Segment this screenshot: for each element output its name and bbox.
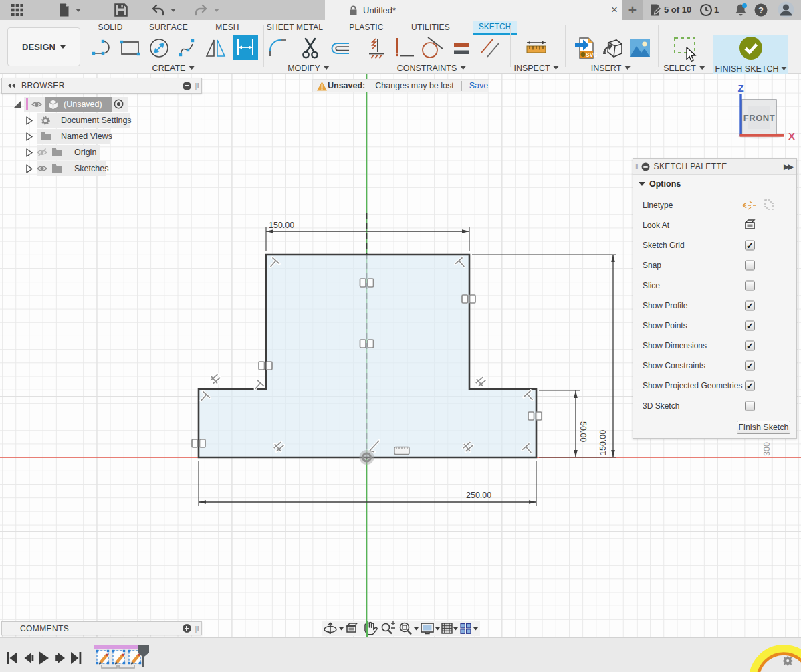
finish-sketch-button[interactable]: FINISH SKETCH: [713, 35, 788, 74]
notification-bell-icon[interactable]: [733, 3, 748, 17]
palette-options-section[interactable]: Options: [639, 179, 681, 189]
fillet-tool-icon[interactable]: [266, 36, 290, 60]
trim-tool-icon[interactable]: [299, 36, 323, 60]
new-tab-button[interactable]: +: [622, 0, 643, 20]
origin-point[interactable]: [360, 450, 374, 465]
timeline-feature-sketch-1[interactable]: [96, 650, 109, 665]
circle-tool-icon[interactable]: [147, 36, 171, 60]
snap-checkbox[interactable]: [745, 261, 755, 271]
equal-constraint-icon[interactable]: [451, 36, 475, 60]
redo-icon[interactable]: [194, 3, 209, 17]
clock-icon[interactable]: [699, 3, 713, 17]
tab-mesh[interactable]: MESH: [215, 21, 239, 35]
browser-item-sketches[interactable]: Sketches: [0, 161, 201, 176]
display-settings-icon[interactable]: [421, 623, 433, 634]
3d-sketch-checkbox[interactable]: [745, 401, 755, 411]
look-at-nav-icon[interactable]: [347, 623, 357, 632]
dimension-right-total[interactable]: 150.00: [598, 255, 615, 457]
browser-item-origin[interactable]: Origin: [0, 145, 201, 160]
browser-collapse-icon[interactable]: [7, 82, 16, 89]
constraints-group-label[interactable]: CONSTRAINTS: [397, 64, 466, 73]
browser-header[interactable]: BROWSER |‖: [1, 78, 202, 94]
tab-surface[interactable]: SURFACE: [149, 21, 188, 35]
undo-caret[interactable]: [170, 9, 176, 12]
sketch-grid-checkbox[interactable]: ✓: [745, 241, 755, 251]
browser-item-document-settings[interactable]: Document Settings: [0, 113, 201, 128]
redo-caret[interactable]: [214, 9, 219, 12]
orbit-caret[interactable]: [339, 627, 344, 631]
insert-group-label[interactable]: INSERT: [591, 64, 631, 73]
browser-drag-handle[interactable]: |‖: [195, 82, 199, 90]
tab-close-button[interactable]: ×: [607, 3, 622, 17]
show-projected-geometries-checkbox[interactable]: ✓: [745, 381, 755, 391]
show-points-checkbox[interactable]: ✓: [745, 321, 755, 331]
spline-tool-icon[interactable]: [177, 36, 201, 60]
zoom-window-caret[interactable]: [414, 627, 419, 631]
tab-utilities[interactable]: UTILITIES: [411, 21, 450, 35]
activate-radio-icon[interactable]: [114, 99, 124, 109]
line-tool-icon[interactable]: [90, 36, 114, 60]
collapsed-triangle-icon[interactable]: [26, 164, 33, 173]
undo-icon[interactable]: [150, 3, 165, 17]
workspace-selector[interactable]: DESIGN: [7, 27, 80, 66]
browser-item-named-views[interactable]: Named Views: [0, 129, 201, 144]
show-dimensions-checkbox[interactable]: ✓: [745, 341, 755, 351]
viewports-icon[interactable]: [461, 624, 471, 634]
zoom-icon[interactable]: [382, 621, 396, 634]
slice-checkbox[interactable]: [745, 281, 755, 291]
projected-linetype-icon[interactable]: [762, 199, 774, 211]
expand-triangle-icon[interactable]: [13, 100, 21, 109]
fix-constraint-icon[interactable]: [364, 36, 388, 60]
dimension-bottom-width[interactable]: 250.00: [199, 491, 536, 504]
finish-sketch-palette-button[interactable]: Finish Sketch: [737, 421, 790, 434]
comments-drag-handle[interactable]: |‖: [195, 625, 199, 633]
tab-plastic[interactable]: PLASTIC: [349, 21, 383, 35]
visibility-eye-icon[interactable]: [37, 164, 47, 173]
construction-linetype-icon[interactable]: [741, 199, 756, 211]
browser-minimize-icon[interactable]: [183, 82, 191, 90]
sketch-palette-header[interactable]: ‖ SKETCH PALETTE ▶▶: [633, 159, 796, 175]
timeline-feature-sketch-2[interactable]: [112, 650, 125, 665]
timeline-go-to-start-button[interactable]: [7, 652, 17, 664]
tab-solid[interactable]: SOLID: [98, 21, 122, 35]
display-settings-caret[interactable]: [435, 627, 440, 631]
mirror-tool-icon[interactable]: [204, 36, 228, 60]
save-icon[interactable]: [114, 3, 128, 17]
timeline-go-to-end-button[interactable]: [71, 652, 81, 664]
create-group-label[interactable]: CREATE: [152, 64, 195, 73]
grid-settings-icon[interactable]: [442, 623, 452, 633]
select-group-label[interactable]: SELECT: [663, 64, 705, 73]
job-status-icon[interactable]: [649, 3, 662, 17]
tab-sheet-metal[interactable]: SHEET METAL: [267, 21, 323, 35]
palette-expand-icon[interactable]: ▶▶: [784, 162, 792, 171]
orbit-icon[interactable]: [324, 623, 336, 634]
zoom-window-icon[interactable]: [400, 623, 412, 635]
inspect-group-label[interactable]: INSPECT: [513, 64, 558, 73]
perpendicular-constraint-icon[interactable]: [392, 36, 416, 60]
dimension-top-width[interactable]: 150.00: [266, 221, 469, 233]
file-menu-icon[interactable]: [57, 3, 72, 17]
show-profile-checkbox[interactable]: ✓: [745, 301, 755, 311]
parallel-constraint-icon[interactable]: [479, 36, 503, 60]
add-comment-icon[interactable]: [183, 624, 191, 633]
sketch-dimension-tool-icon[interactable]: [233, 35, 258, 60]
help-icon[interactable]: ?: [754, 3, 768, 17]
modify-group-label[interactable]: MODIFY: [288, 64, 329, 73]
collapsed-triangle-icon[interactable]: [26, 132, 33, 141]
palette-drag-handle[interactable]: ‖: [635, 162, 638, 171]
insert-svg-icon[interactable]: SVG: [573, 36, 597, 60]
viewports-caret[interactable]: [473, 627, 478, 631]
measure-tool-icon[interactable]: [524, 36, 548, 60]
offset-tool-icon[interactable]: [328, 36, 352, 60]
canvas-image-icon[interactable]: [628, 36, 652, 60]
dimension-right-small[interactable]: 50.00: [574, 390, 587, 457]
comments-bar[interactable]: COMMENTS |‖: [1, 621, 202, 635]
look-at-icon[interactable]: [743, 219, 756, 231]
insert-mesh-icon[interactable]: [600, 36, 624, 60]
rectangle-tool-icon[interactable]: [118, 36, 142, 60]
file-menu-caret[interactable]: [76, 9, 81, 12]
collapsed-triangle-icon[interactable]: [26, 116, 33, 125]
grid-settings-caret[interactable]: [453, 627, 458, 631]
timeline-step-forward-button[interactable]: [55, 653, 65, 663]
palette-minimize-icon[interactable]: [641, 162, 649, 171]
